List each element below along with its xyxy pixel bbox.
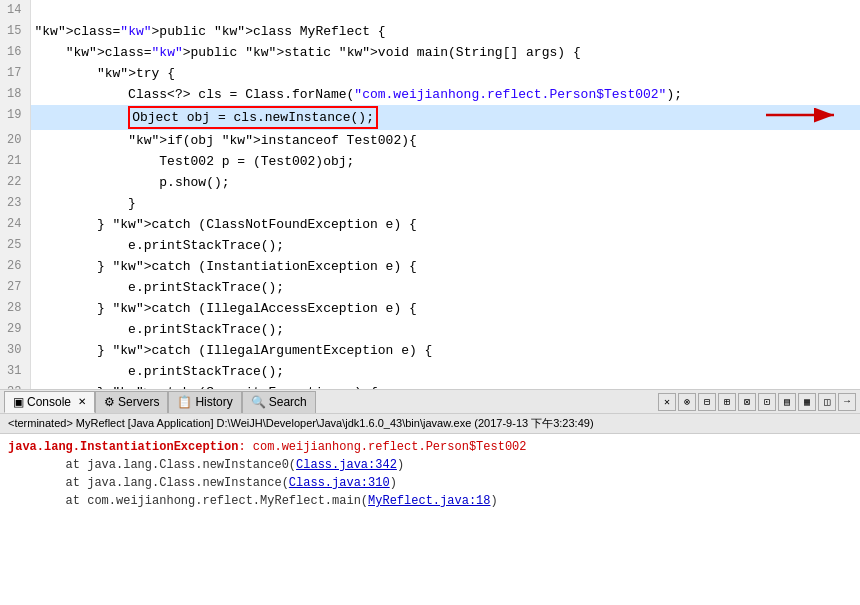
- line-number: 25: [0, 235, 30, 256]
- console-output[interactable]: java.lang.InstantiationException: com.we…: [0, 434, 860, 605]
- line-number: 26: [0, 256, 30, 277]
- line-number: 19: [0, 105, 30, 130]
- line-content: } "kw">catch (IllegalAccessException e) …: [30, 298, 860, 319]
- table-row: 30 } "kw">catch (IllegalArgumentExceptio…: [0, 340, 860, 361]
- console-line-2: at java.lang.Class.newInstance(Class.jav…: [8, 474, 852, 492]
- line-content: "kw">class="kw">public "kw">static "kw">…: [30, 42, 860, 63]
- tab-console[interactable]: ▣Console✕: [4, 391, 95, 413]
- stack-link[interactable]: MyReflect.java:18: [368, 494, 490, 508]
- line-content: }: [30, 193, 860, 214]
- status-bar-text: <terminated> MyReflect [Java Application…: [0, 414, 860, 434]
- line-number: 24: [0, 214, 30, 235]
- table-row: 26 } "kw">catch (InstantiationException …: [0, 256, 860, 277]
- line-content: e.printStackTrace();: [30, 361, 860, 382]
- toolbar-btn-4[interactable]: ⊠: [738, 393, 756, 411]
- tab-icon: ▣: [13, 395, 24, 409]
- line-content: } "kw">catch (InstantiationException e) …: [30, 256, 860, 277]
- line-content: } "kw">catch (ClassNotFoundException e) …: [30, 214, 860, 235]
- bottom-panel: ▣Console✕⚙Servers📋History🔍Search ✕⊗⊟⊞⊠⊡▤…: [0, 390, 860, 605]
- panel-toolbar: ▣Console✕⚙Servers📋History🔍Search ✕⊗⊟⊞⊠⊡▤…: [0, 390, 860, 414]
- table-row: 21 Test002 p = (Test002)obj;: [0, 151, 860, 172]
- toolbar-btn-9[interactable]: →: [838, 393, 856, 411]
- toolbar-btn-2[interactable]: ⊟: [698, 393, 716, 411]
- line-number: 32: [0, 382, 30, 389]
- toolbar-btn-0[interactable]: ✕: [658, 393, 676, 411]
- line-number: 15: [0, 21, 30, 42]
- close-icon[interactable]: ✕: [78, 396, 86, 407]
- table-row: 28 } "kw">catch (IllegalAccessException …: [0, 298, 860, 319]
- tab-history[interactable]: 📋History: [168, 391, 241, 413]
- tab-icon: 📋: [177, 395, 192, 409]
- tab-label: Servers: [118, 395, 159, 409]
- highlighted-code: Object obj = cls.newInstance();: [128, 106, 378, 129]
- console-line-0: java.lang.InstantiationException: com.we…: [8, 438, 852, 456]
- line-content: "kw">if(obj "kw">instanceof Test002){: [30, 130, 860, 151]
- toolbar-btn-5[interactable]: ⊡: [758, 393, 776, 411]
- toolbar-btn-1[interactable]: ⊗: [678, 393, 696, 411]
- line-content: Test002 p = (Test002)obj;: [30, 151, 860, 172]
- table-row: 22 p.show();: [0, 172, 860, 193]
- code-editor: 1415"kw">class="kw">public "kw">class My…: [0, 0, 860, 390]
- code-scroll[interactable]: 1415"kw">class="kw">public "kw">class My…: [0, 0, 860, 389]
- toolbar-btn-7[interactable]: ▦: [798, 393, 816, 411]
- console-line-1: at java.lang.Class.newInstance0(Class.ja…: [8, 456, 852, 474]
- table-row: 25 e.printStackTrace();: [0, 235, 860, 256]
- arrow-icon: [766, 95, 846, 135]
- stack-suffix: ): [490, 494, 497, 508]
- line-number: 30: [0, 340, 30, 361]
- line-number: 17: [0, 63, 30, 84]
- line-number: 28: [0, 298, 30, 319]
- table-row: 16 "kw">class="kw">public "kw">static "k…: [0, 42, 860, 63]
- line-number: 14: [0, 0, 30, 21]
- tab-icon: 🔍: [251, 395, 266, 409]
- line-number: 23: [0, 193, 30, 214]
- line-content: p.show();: [30, 172, 860, 193]
- stack-suffix: ): [397, 458, 404, 472]
- table-row: 31 e.printStackTrace();: [0, 361, 860, 382]
- line-content: e.printStackTrace();: [30, 319, 860, 340]
- line-content: [30, 0, 860, 21]
- stack-prefix: at java.lang.Class.newInstance(: [8, 476, 289, 490]
- tab-label: History: [195, 395, 232, 409]
- table-row: 27 e.printStackTrace();: [0, 277, 860, 298]
- error-class: java.lang.InstantiationException: [8, 440, 238, 454]
- line-content: e.printStackTrace();: [30, 277, 860, 298]
- line-number: 22: [0, 172, 30, 193]
- table-row: 24 } "kw">catch (ClassNotFoundException …: [0, 214, 860, 235]
- tab-icon: ⚙: [104, 395, 115, 409]
- table-row: 29 e.printStackTrace();: [0, 319, 860, 340]
- toolbar-btn-3[interactable]: ⊞: [718, 393, 736, 411]
- line-content: "kw">try {: [30, 63, 860, 84]
- annotation-area: [766, 90, 850, 135]
- tab-label: Search: [269, 395, 307, 409]
- stack-prefix: at java.lang.Class.newInstance0(: [8, 458, 296, 472]
- tab-label: Console: [27, 395, 71, 409]
- line-content: Class<?> cls = Class.forName("com.weijia…: [30, 84, 860, 105]
- line-content: e.printStackTrace();: [30, 235, 860, 256]
- line-number: 31: [0, 361, 30, 382]
- table-row: 23 }: [0, 193, 860, 214]
- line-content: } "kw">catch (IllegalArgumentException e…: [30, 340, 860, 361]
- line-number: 21: [0, 151, 30, 172]
- line-content: } "kw">catch (SecurityException e) {: [30, 382, 860, 389]
- line-number: 27: [0, 277, 30, 298]
- line-content: Object obj = cls.newInstance();: [30, 105, 860, 130]
- code-table: 1415"kw">class="kw">public "kw">class My…: [0, 0, 860, 389]
- line-number: 18: [0, 84, 30, 105]
- table-row: 17 "kw">try {: [0, 63, 860, 84]
- table-row: 19 Object obj = cls.newInstance();: [0, 105, 860, 130]
- toolbar-btn-6[interactable]: ▤: [778, 393, 796, 411]
- tab-servers[interactable]: ⚙Servers: [95, 391, 168, 413]
- stack-link[interactable]: Class.java:310: [289, 476, 390, 490]
- tab-search[interactable]: 🔍Search: [242, 391, 316, 413]
- table-row: 20 "kw">if(obj "kw">instanceof Test002){: [0, 130, 860, 151]
- stack-link[interactable]: Class.java:342: [296, 458, 397, 472]
- line-content: "kw">class="kw">public "kw">class MyRefl…: [30, 21, 860, 42]
- toolbar-btn-8[interactable]: ◫: [818, 393, 836, 411]
- line-number: 16: [0, 42, 30, 63]
- stack-prefix: at com.weijianhong.reflect.MyReflect.mai…: [8, 494, 368, 508]
- toolbar-right: ✕⊗⊟⊞⊠⊡▤▦◫→: [658, 393, 856, 411]
- table-row: 15"kw">class="kw">public "kw">class MyRe…: [0, 21, 860, 42]
- table-row: 14: [0, 0, 860, 21]
- table-row: 32 } "kw">catch (SecurityException e) {: [0, 382, 860, 389]
